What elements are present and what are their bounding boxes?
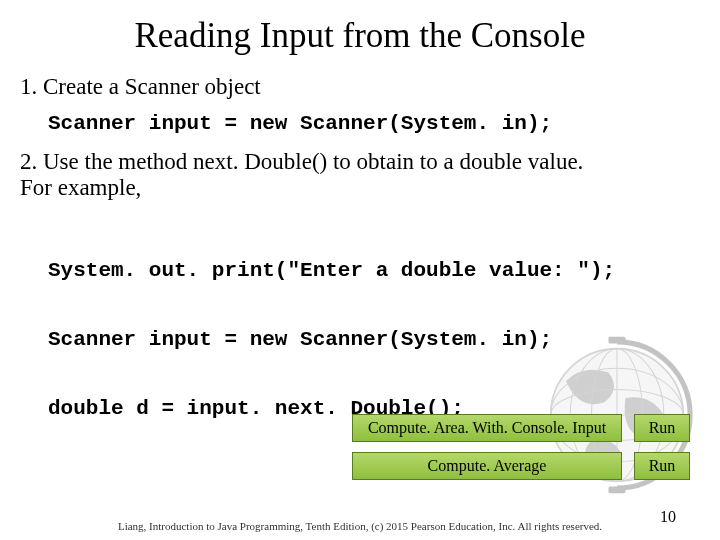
- program-button-1[interactable]: Compute. Area. With. Console. Input: [352, 414, 622, 442]
- slide-title: Reading Input from the Console: [0, 16, 720, 56]
- page-number: 10: [660, 508, 676, 526]
- svg-rect-9: [609, 486, 626, 493]
- code-line: System. out. print("Enter a double value…: [48, 259, 700, 282]
- run-button-2[interactable]: Run: [634, 452, 690, 480]
- step-1-text: 1. Create a Scanner object: [20, 74, 700, 100]
- run-button-1[interactable]: Run: [634, 414, 690, 442]
- step-2-text-a: 2. Use the method next. Double() to obta…: [20, 149, 700, 175]
- code-block-2: System. out. print("Enter a double value…: [48, 213, 700, 443]
- step-2-text-b: For example,: [20, 175, 700, 201]
- code-line: Scanner input = new Scanner(System. in);: [48, 328, 700, 351]
- program-button-2[interactable]: Compute. Average: [352, 452, 622, 480]
- footer-credit: Liang, Introduction to Java Programming,…: [0, 520, 720, 532]
- button-grid: Compute. Area. With. Console. Input Run …: [352, 414, 690, 480]
- code-block-1: Scanner input = new Scanner(System. in);: [48, 112, 700, 135]
